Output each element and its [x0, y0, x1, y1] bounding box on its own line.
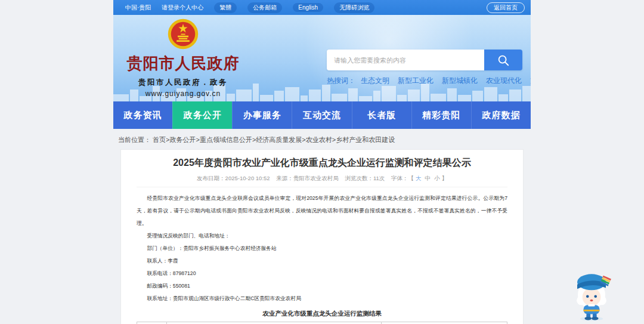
contact-line: 联系人：李霞 — [137, 255, 507, 267]
contact-line: 部门（单位）：贵阳市乡村振兴服务中心农村经济服务站 — [137, 242, 507, 255]
nav-item-services[interactable]: 办事服务 — [232, 101, 292, 129]
hot-search-label: 热搜词： — [327, 76, 355, 86]
nav-item-news[interactable]: 政务资讯 — [113, 101, 172, 129]
font-size-controls: 大中小 — [414, 175, 442, 181]
table-header-cell: 企业名称 — [166, 322, 381, 324]
topbar-link-english[interactable]: English — [293, 3, 323, 12]
source-value: 贵阳市农业农村局 — [293, 175, 339, 181]
site-url: www.guiyang.gov.cn — [122, 90, 244, 98]
article-paragraph: 经贵阳市农业产业化市级重点龙头企业联席会议成员单位审定，现对2025年开展的农业… — [137, 192, 507, 230]
topbar-links: 中国·贵阳请登录个人中心繁體公务邮箱English无障碍浏览 — [125, 2, 374, 13]
search-box — [327, 50, 522, 70]
table-caption: 农业产业化市级重点龙头企业运行监测结果 — [137, 310, 507, 318]
nav-item-elder-version[interactable]: 长者版 — [352, 101, 411, 129]
publish-date-value: 2025-10-20 10:52 — [225, 175, 270, 181]
hot-word-link[interactable]: 新型工业化 — [398, 76, 434, 85]
main-nav: 政务资讯政务公开办事服务互动交流长者版精彩贵阳政府数据 — [113, 101, 531, 129]
nav-item-interaction[interactable]: 互动交流 — [292, 101, 351, 129]
topbar: 中国·贵阳请登录个人中心繁體公务邮箱English无障碍浏览 返回首页 — [113, 0, 531, 15]
hot-word-link[interactable]: 农业现代化 — [486, 76, 522, 85]
article-title: 2025年度贵阳市农业产业化市级重点龙头企业运行监测和评定结果公示 — [137, 157, 507, 169]
topbar-link-official-mailbox[interactable]: 公务邮箱 — [247, 2, 282, 13]
topbar-link-china-guiyang[interactable]: 中国·贵阳 — [125, 4, 151, 12]
search-input[interactable] — [327, 50, 484, 70]
article-meta: 发布日期：2025-10-20 10:52 来源：贵阳市农业农村局 浏览次数：1… — [137, 175, 507, 187]
hot-word-link[interactable]: 新型城镇化 — [442, 76, 478, 85]
site-banner: 贵阳市人民政府 贵阳市人民政府．政务 www.guiyang.gov.cn 热搜… — [113, 15, 531, 101]
views-value: 11次 — [373, 175, 385, 181]
search-icon — [497, 54, 510, 67]
site-logo[interactable]: 贵阳市人民政府 贵阳市人民政府．政务 www.guiyang.gov.cn — [122, 18, 244, 98]
table-header-cell: 监测结果 — [381, 322, 507, 324]
font-size-option[interactable]: 中 — [425, 175, 431, 181]
return-home-button[interactable]: 返回首页 — [487, 2, 525, 13]
contact-line: 邮政编码：550081 — [137, 280, 507, 292]
mascot-icon — [563, 265, 620, 322]
font-size-option[interactable]: 大 — [416, 175, 422, 181]
breadcrumb: 当前位置： 首页>政务公开>重点领域信息公开>经济高质量发展>农业农村>乡村产业… — [113, 129, 531, 149]
bracket-close: 】 — [441, 175, 447, 181]
nav-item-highlights[interactable]: 精彩贵阳 — [411, 101, 471, 129]
font-size-label: 字体： — [391, 175, 408, 181]
table-header-cell: 序号 — [137, 322, 167, 324]
contact-line: 联系电话：87987120 — [137, 267, 507, 280]
contact-line: 受理情况反映的部门、电话和地址： — [137, 230, 507, 242]
bracket-open: 【 — [408, 175, 414, 181]
article-card: 2025年度贵阳市农业产业化市级重点龙头企业运行监测和评定结果公示 发布日期：2… — [120, 149, 524, 324]
breadcrumb-path[interactable]: 首页>政务公开>重点领域信息公开>经济高质量发展>农业农村>乡村产业和农田建设 — [153, 136, 395, 143]
site-subtitle: 贵阳市人民政府．政务 — [122, 78, 244, 88]
page: 中国·贵阳请登录个人中心繁體公务邮箱English无障碍浏览 返回首页 — [0, 0, 644, 324]
hot-word-link[interactable]: 旅游产业化 — [530, 76, 531, 85]
contact-line: 联系地址：贵阳市观山湖区市级行政中心二期C区贵阳市农业农村局 — [137, 292, 507, 305]
results-table: 序号企业名称监测结果 1贵州合力超市采购有限公司合格2贵州友禾种业有限公司合格3… — [137, 322, 507, 324]
topbar-link-login-personal-center[interactable]: 请登录个人中心 — [162, 4, 203, 12]
source-label: 来源： — [276, 175, 293, 181]
hot-words: 生态文明新型工业化新型城镇化农业现代化旅游产业化贵阳简介 — [361, 76, 531, 86]
results-table-head-row: 序号企业名称监测结果 — [137, 322, 507, 324]
views-label: 浏览次数： — [345, 175, 373, 181]
topbar-link-accessibility[interactable]: 无障碍浏览 — [334, 2, 374, 13]
site-column: 中国·贵阳请登录个人中心繁體公务邮箱English无障碍浏览 返回首页 — [113, 0, 531, 324]
contact-block: 受理情况反映的部门、电话和地址：部门（单位）：贵阳市乡村振兴服务中心农村经济服务… — [137, 230, 507, 305]
font-size-option[interactable]: 小 — [434, 175, 440, 181]
topbar-link-traditional-chinese[interactable]: 繁體 — [214, 2, 237, 13]
publish-date-label: 发布日期： — [197, 175, 225, 181]
search-button[interactable] — [484, 50, 522, 70]
breadcrumb-label: 当前位置： — [118, 136, 151, 143]
nav-item-gov-data[interactable]: 政府数据 — [471, 101, 531, 129]
national-emblem-icon — [167, 18, 199, 50]
nav-item-disclosure[interactable]: 政务公开 — [172, 101, 232, 129]
mascot-widget[interactable] — [563, 265, 620, 322]
site-name: 贵阳市人民政府 — [122, 53, 244, 74]
hot-word-link[interactable]: 生态文明 — [361, 76, 389, 85]
search-area: 热搜词： 生态文明新型工业化新型城镇化农业现代化旅游产业化贵阳简介 — [327, 50, 522, 86]
hot-search-row: 热搜词： 生态文明新型工业化新型城镇化农业现代化旅游产业化贵阳简介 — [327, 76, 522, 86]
